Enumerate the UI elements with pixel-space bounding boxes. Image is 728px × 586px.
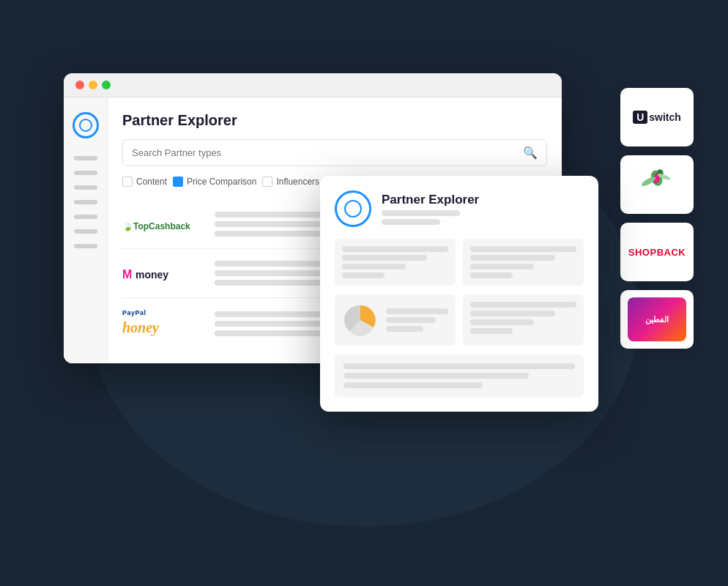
skeleton-line (342, 246, 448, 252)
card-text-section (335, 355, 584, 397)
logo-card-arabic[interactable]: الفطين (620, 290, 694, 349)
shopback-text: SHOPBACK (628, 247, 686, 258)
skeleton-line (342, 264, 406, 270)
partner-logo-topcashback: 🍃TopCashback (122, 213, 203, 235)
hummingbird-logo (639, 165, 675, 204)
honey-logo: PayPal honey (122, 310, 181, 337)
shopback-logo: SHOPBACK (628, 247, 686, 258)
skeleton-line (386, 308, 448, 314)
app-title: Partner Explorer (122, 112, 547, 129)
skeleton-line (470, 302, 576, 308)
scene-container: Partner Explorer 🔍 Content Price Compari… (34, 29, 694, 557)
search-icon: 🔍 (523, 146, 538, 160)
card-cell-3 (463, 294, 584, 346)
svg-text:M: M (122, 268, 132, 281)
card-header: Partner Explorer (335, 190, 584, 227)
skeleton-line (470, 311, 555, 316)
topcashback-logo: 🍃TopCashback (122, 213, 203, 235)
sidebar-nav-5[interactable] (74, 215, 97, 219)
partner-logos-right: U switch SHOPBACK (620, 88, 694, 349)
card-subtitle-lines (382, 210, 479, 225)
skeleton-line (386, 317, 436, 323)
paypal-text: PayPal (122, 310, 181, 316)
hummingbird-svg (639, 165, 675, 201)
svg-text:🍃TopCashback: 🍃TopCashback (122, 220, 190, 231)
card-logo-inner (344, 200, 362, 218)
skeleton-line (470, 319, 534, 325)
dot-green (102, 81, 111, 89)
card-cell-2 (463, 239, 584, 286)
checkbox-price-comparison[interactable] (173, 177, 183, 187)
partner-logo-honey: PayPal honey (122, 310, 203, 337)
sidebar-logo-inner (79, 119, 92, 132)
card-cell-1 (335, 239, 456, 286)
uswitch-text: switch (649, 111, 681, 123)
sidebar-logo (73, 112, 99, 138)
skeleton-line (382, 210, 460, 216)
skeleton-line (386, 326, 423, 332)
checkbox-influencers[interactable] (262, 177, 272, 187)
browser-titlebar (64, 73, 562, 97)
skeleton-line (470, 246, 576, 252)
svg-text:honey: honey (122, 319, 159, 336)
filter-price-comparison[interactable]: Price Comparison (173, 177, 256, 187)
arabic-logo: الفطين (628, 297, 686, 341)
skeleton-line (343, 382, 483, 388)
card-logo-circle (335, 190, 371, 227)
topcashback-svg: 🍃TopCashback (122, 213, 203, 235)
svg-text:money: money (135, 269, 168, 281)
chart-cell (335, 294, 456, 346)
skeleton-line (343, 373, 529, 379)
chart-lines (386, 308, 448, 332)
uswitch-logo: U switch (633, 111, 681, 124)
card-chart-section (335, 294, 584, 346)
sidebar-nav-6[interactable] (74, 229, 97, 234)
skeleton-line (343, 363, 575, 369)
sidebar-nav-2[interactable] (74, 171, 97, 175)
skeleton-line (470, 264, 534, 270)
filter-influencers-label: Influencers (276, 177, 319, 187)
logo-card-hummingbird[interactable] (620, 155, 694, 214)
money-svg: M money (122, 262, 196, 284)
filter-influencers[interactable]: Influencers (262, 177, 319, 187)
sidebar (64, 97, 108, 363)
skeleton-line (470, 328, 513, 334)
search-bar[interactable]: 🔍 (122, 139, 547, 166)
honey-svg: honey (122, 316, 181, 337)
partner-logo-money: M money (122, 262, 203, 284)
filter-content-label: Content (136, 177, 167, 187)
sidebar-nav-4[interactable] (74, 200, 97, 204)
logo-card-uswitch[interactable]: U switch (620, 88, 694, 146)
card-title: Partner Explorer (382, 193, 479, 207)
sidebar-nav-7[interactable] (74, 244, 97, 248)
pie-chart (342, 302, 379, 338)
skeleton-line (470, 272, 513, 278)
filter-content[interactable]: Content (122, 177, 167, 187)
uswitch-u-box: U (633, 111, 647, 124)
checkbox-content[interactable] (122, 177, 133, 187)
search-input[interactable] (132, 147, 523, 158)
logo-card-shopback[interactable]: SHOPBACK (620, 223, 694, 281)
card-title-group: Partner Explorer (382, 193, 479, 225)
sidebar-nav-1[interactable] (74, 156, 97, 160)
card-grid-1 (335, 239, 584, 286)
arabic-logo-text: الفطين (645, 315, 669, 324)
filter-price-comparison-label: Price Comparison (187, 177, 256, 187)
skeleton-line (382, 219, 440, 225)
skeleton-line (342, 272, 385, 278)
dot-red (75, 81, 84, 89)
skeleton-line (342, 255, 427, 261)
money-logo: M money (122, 262, 196, 284)
dot-yellow (89, 81, 97, 89)
skeleton-line (470, 255, 555, 261)
secondary-card: Partner Explorer (320, 176, 598, 412)
sidebar-nav-3[interactable] (74, 185, 97, 190)
